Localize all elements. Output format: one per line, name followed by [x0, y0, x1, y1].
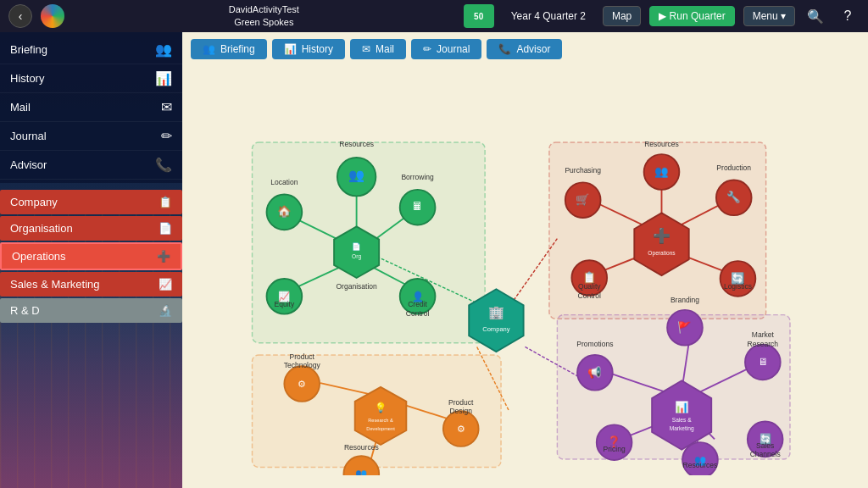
- journal-icon: ✏: [161, 128, 172, 144]
- svg-text:Channels: Channels: [750, 450, 781, 458]
- advisor-tab-icon: 📞: [498, 43, 511, 55]
- globe-icon: [41, 4, 64, 28]
- node-product-tech[interactable]: ⚙: [284, 366, 320, 402]
- svg-text:👥: 👥: [348, 167, 364, 183]
- sidebar-section-operations[interactable]: Operations ➕: [0, 242, 182, 270]
- sidebar-item-journal[interactable]: Journal ✏: [0, 122, 182, 151]
- tab-mail[interactable]: ✉ Mail: [350, 39, 406, 59]
- node-market-research[interactable]: 🖥: [745, 345, 781, 380]
- node-resources-red[interactable]: 👥: [644, 154, 680, 190]
- svg-text:💡: 💡: [375, 402, 387, 413]
- briefing-tab-icon: 👥: [203, 43, 215, 55]
- sidebar-section-sales[interactable]: Sales & Marketing 📈: [0, 272, 182, 297]
- resources-green-label: Resources: [339, 140, 374, 148]
- svg-text:Research: Research: [748, 340, 779, 348]
- node-location[interactable]: 🏠: [267, 195, 303, 230]
- tab-bar: 👥 Briefing 📊 History ✉ Mail ✏ Journal 📞 …: [182, 32, 868, 66]
- node-resources-purple[interactable]: 👥: [682, 442, 718, 475]
- svg-text:⚙: ⚙: [457, 424, 465, 434]
- mail-icon: ✉: [161, 99, 172, 115]
- briefing-icon: 👥: [155, 42, 172, 58]
- svg-text:🏠: 🏠: [277, 204, 292, 219]
- sidebar: Briefing 👥 History 📊 Mail ✉ Journal ✏ Ad…: [0, 32, 182, 488]
- tab-history[interactable]: 📊 History: [272, 39, 345, 59]
- organisation-label: Organisation: [336, 282, 377, 291]
- sales-channels-label: Sales: [756, 441, 774, 450]
- help-button[interactable]: ?: [836, 4, 860, 28]
- svg-text:Org: Org: [352, 253, 361, 260]
- node-purchasing[interactable]: 🛒: [565, 182, 601, 218]
- branding-label: Branding: [670, 296, 699, 304]
- run-quarter-button[interactable]: ▶ Run Quarter: [649, 6, 734, 26]
- main-content: 👥 Briefing 📊 History ✉ Mail ✏ Journal 📞 …: [182, 32, 868, 488]
- svg-text:📄: 📄: [352, 242, 361, 252]
- pricing-label: Pricing: [604, 445, 626, 453]
- svg-text:Company: Company: [482, 325, 510, 333]
- svg-text:🖥: 🖥: [758, 357, 767, 367]
- node-logistics[interactable]: 🔄: [721, 261, 756, 297]
- node-pricing[interactable]: ❓: [597, 424, 632, 460]
- location-label: Location: [270, 178, 298, 186]
- credit-control-label: Credit: [408, 300, 427, 308]
- svg-text:Development: Development: [366, 426, 395, 431]
- resources-orange-label: Resources: [344, 443, 379, 452]
- search-button[interactable]: 🔍: [804, 4, 827, 28]
- node-production[interactable]: 🔧: [716, 180, 752, 215]
- history-icon: 📊: [155, 70, 172, 86]
- node-borrowing[interactable]: 🖩: [400, 190, 436, 225]
- svg-text:Technology: Technology: [284, 361, 321, 369]
- sidebar-item-mail[interactable]: Mail ✉: [0, 93, 182, 122]
- product-design-label: Product: [448, 398, 474, 407]
- sidebar-section-company[interactable]: Company 📋: [0, 190, 182, 214]
- back-button[interactable]: ‹: [8, 4, 32, 28]
- sidebar-section-rd[interactable]: R & D 🔬: [0, 298, 182, 323]
- svg-text:🛒: 🛒: [576, 192, 590, 207]
- node-branding[interactable]: 🚩: [667, 310, 703, 346]
- market-research-label: Market: [752, 330, 775, 339]
- map-svg: 📄 Org Organisation 👥 Resources 🏠 Locatio…: [191, 66, 860, 475]
- sidebar-section-organisation[interactable]: Organisation 📄: [0, 216, 182, 241]
- svg-text:Marketing: Marketing: [670, 425, 694, 432]
- sidebar-item-history[interactable]: History 📊: [0, 64, 182, 93]
- map-area: 📄 Org Organisation 👥 Resources 🏠 Locatio…: [191, 66, 860, 475]
- app-logo: 50: [464, 4, 494, 28]
- year-quarter-label: Year 4 Quarter 2: [503, 10, 594, 22]
- quality-label: Quality: [578, 282, 601, 291]
- svg-text:➕: ➕: [653, 227, 671, 245]
- operations-icon: ➕: [157, 250, 170, 263]
- svg-text:Sales &: Sales &: [672, 417, 692, 423]
- node-resources-green[interactable]: 👥: [337, 158, 376, 196]
- sidebar-nav: Briefing 👥 History 📊 Mail ✉ Journal ✏ Ad…: [0, 32, 182, 183]
- menu-button[interactable]: Menu ▾: [743, 6, 795, 26]
- svg-text:🏢: 🏢: [488, 304, 504, 320]
- svg-text:⚙: ⚙: [298, 379, 306, 389]
- map-button[interactable]: Map: [603, 6, 641, 26]
- sidebar-item-briefing[interactable]: Briefing 👥: [0, 36, 182, 64]
- equity-label: Equity: [275, 300, 295, 308]
- production-label: Production: [716, 164, 751, 172]
- svg-text:Design: Design: [449, 407, 472, 415]
- rd-icon: 🔬: [159, 304, 172, 317]
- history-tab-icon: 📊: [284, 43, 297, 55]
- sidebar-item-advisor[interactable]: Advisor 📞: [0, 151, 182, 180]
- product-tech-label: Product: [290, 352, 315, 361]
- journal-tab-icon: ✏: [423, 43, 431, 55]
- mail-tab-icon: ✉: [362, 43, 370, 55]
- svg-text:Control: Control: [406, 309, 430, 318]
- tab-journal[interactable]: ✏ Journal: [411, 39, 481, 59]
- promotions-label: Promotions: [576, 340, 613, 348]
- tab-advisor[interactable]: 📞 Advisor: [487, 39, 562, 59]
- svg-text:📢: 📢: [587, 365, 602, 380]
- svg-text:Control: Control: [578, 291, 602, 300]
- node-product-design[interactable]: ⚙: [443, 411, 479, 446]
- node-promotions[interactable]: 📢: [577, 355, 613, 391]
- tab-briefing[interactable]: 👥 Briefing: [191, 39, 267, 59]
- resources-purple-label: Resources: [683, 461, 718, 469]
- svg-text:🚩: 🚩: [677, 320, 692, 335]
- sales-icon: 📈: [159, 278, 172, 291]
- svg-text:👥: 👥: [355, 468, 368, 475]
- resources-red-label: Resources: [644, 140, 679, 148]
- sidebar-sections: Company 📋 Organisation 📄 Operations ➕ Sa…: [0, 190, 182, 323]
- borrowing-label: Borrowing: [401, 173, 434, 181]
- node-equity[interactable]: 📈: [267, 279, 303, 314]
